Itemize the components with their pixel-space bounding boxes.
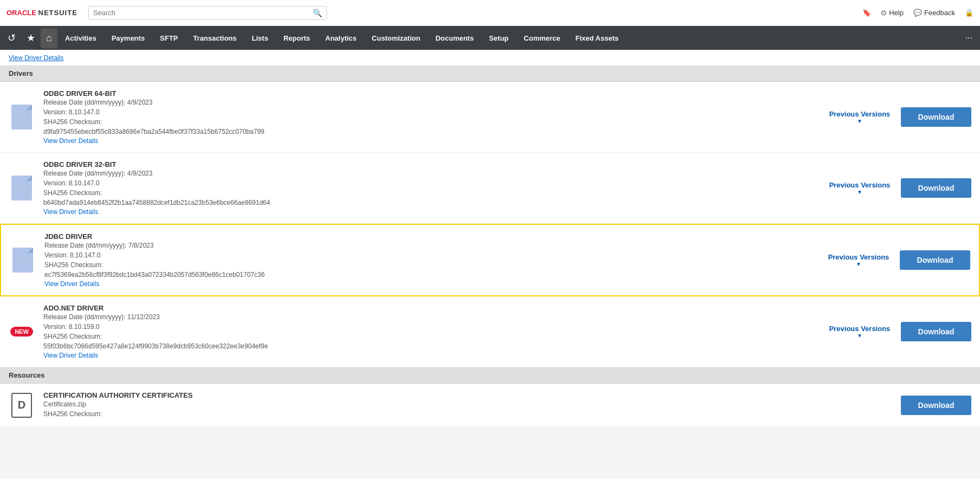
nav-item-activities[interactable]: Activities [57, 28, 104, 49]
download-button-adonet[interactable]: Download [901, 322, 971, 341]
nav-bar: ↺ ★ ⌂ Activities Payments SFTP Transacti… [0, 26, 980, 50]
file-icon-jdbc [10, 248, 36, 273]
driver-actions-adonet: Previous Versions ▼ Download [827, 322, 971, 341]
driver-row-adonet: NEW ADO.NET DRIVER Release Date (dd/mm/y… [0, 296, 980, 367]
resource-row-certs: D CERTIFICATION AUTHORITY CERTIFICATES C… [0, 384, 980, 427]
prev-versions-arrow: ▼ [857, 333, 862, 339]
driver-row-jdbc: JDBC DRIVER Release Date (dd/mm/yyyy): 7… [0, 224, 980, 296]
prev-versions-odbc64[interactable]: Previous Versions ▼ [827, 110, 892, 124]
driver-info-odbc64: ODBC DRIVER 64-BIT Release Date (dd/mm/y… [43, 89, 818, 145]
nav-item-lists[interactable]: Lists [244, 28, 276, 49]
driver-name-odbc32: ODBC DRIVER 32-BIT [43, 160, 818, 169]
nav-item-payments[interactable]: Payments [104, 28, 152, 49]
driver-meta-jdbc: Release Date (dd/mm/yyyy): 7/8/2023 Vers… [44, 241, 817, 280]
driver-meta-adonet: Release Date (dd/mm/yyyy): 11/12/2023 Ve… [43, 312, 818, 351]
prev-versions-label: Previous Versions [828, 253, 889, 261]
lock-button[interactable]: 🔒 [965, 9, 973, 17]
file-icon-odbc64 [9, 105, 35, 130]
prev-versions-odbc32[interactable]: Previous Versions ▼ [827, 181, 892, 195]
bookmark-icon: 🔖 [862, 9, 871, 17]
cert-icon-shape: D [11, 393, 32, 418]
prev-versions-arrow: ▼ [857, 189, 862, 195]
driver-name-adonet: ADO.NET DRIVER [43, 304, 818, 312]
logo-netsuite: NETSUITE [38, 9, 78, 17]
cert-icon-certs: D [9, 393, 35, 418]
prev-versions-label: Previous Versions [829, 110, 891, 118]
view-driver-link-adonet[interactable]: View Driver Details [43, 352, 98, 359]
resource-info-certs: CERTIFICATION AUTHORITY CERTIFICATES Cer… [43, 391, 892, 419]
resource-meta-certs: Certificates.zip SHA256 Checksum: [43, 399, 892, 419]
driver-actions-odbc32: Previous Versions ▼ Download [827, 178, 971, 198]
drivers-label: Drivers [9, 69, 33, 77]
prev-versions-jdbc[interactable]: Previous Versions ▼ [826, 253, 891, 267]
top-bar: ORACLE NETSUITE 🔍 🔖 ⊙ Help 💬 Feedback 🔒 [0, 0, 980, 26]
top-view-driver-link[interactable]: View Driver Details [9, 54, 63, 62]
nav-item-setup[interactable]: Setup [481, 28, 516, 49]
resources-label: Resources [9, 371, 44, 379]
help-button[interactable]: ⊙ Help [881, 9, 904, 17]
nav-item-analytics[interactable]: Analytics [318, 28, 364, 49]
feedback-button[interactable]: 💬 Feedback [913, 9, 955, 17]
content-area: View Driver Details Drivers ODBC DRIVER … [0, 50, 980, 427]
nav-item-documents[interactable]: Documents [428, 28, 481, 49]
download-button-certs[interactable]: Download [901, 396, 971, 415]
nav-menu: Activities Payments SFTP Transactions Li… [57, 28, 626, 49]
nav-back-button[interactable]: ↺ [2, 28, 21, 48]
top-right-actions: 🔖 ⊙ Help 💬 Feedback 🔒 [862, 9, 973, 17]
driver-row-odbc32: ODBC DRIVER 32-BIT Release Date (dd/mm/y… [0, 153, 980, 224]
nav-more-button[interactable]: ··· [960, 27, 978, 49]
nav-home-button[interactable]: ⌂ [41, 28, 57, 48]
resource-name-certs: CERTIFICATION AUTHORITY CERTIFICATES [43, 391, 892, 399]
search-input[interactable] [93, 9, 313, 17]
help-label: Help [889, 9, 904, 17]
resources-list: D CERTIFICATION AUTHORITY CERTIFICATES C… [0, 384, 980, 427]
driver-actions-odbc64: Previous Versions ▼ Download [827, 107, 971, 127]
view-driver-link-odbc64[interactable]: View Driver Details [43, 137, 98, 145]
view-driver-link-odbc32[interactable]: View Driver Details [43, 208, 98, 216]
driver-row-odbc64: ODBC DRIVER 64-BIT Release Date (dd/mm/y… [0, 82, 980, 153]
logo: ORACLE NETSUITE [7, 9, 78, 17]
lock-icon: 🔒 [965, 9, 973, 17]
prev-versions-arrow: ▼ [856, 261, 861, 267]
driver-info-odbc32: ODBC DRIVER 32-BIT Release Date (dd/mm/y… [43, 160, 818, 216]
nav-item-sftp[interactable]: SFTP [152, 28, 185, 49]
nav-item-transactions[interactable]: Transactions [185, 28, 244, 49]
nav-item-reports[interactable]: Reports [276, 28, 318, 49]
driver-info-adonet: ADO.NET DRIVER Release Date (dd/mm/yyyy)… [43, 304, 818, 359]
file-icon-odbc32 [9, 176, 35, 200]
feedback-label: Feedback [924, 9, 955, 17]
prev-versions-label: Previous Versions [829, 325, 891, 333]
driver-info-jdbc: JDBC DRIVER Release Date (dd/mm/yyyy): 7… [44, 232, 817, 288]
driver-meta-odbc64: Release Date (dd/mm/yyyy): 4/9/2023 Vers… [43, 98, 818, 137]
download-button-jdbc[interactable]: Download [900, 250, 970, 270]
driver-meta-odbc32: Release Date (dd/mm/yyyy): 4/9/2023 Vers… [43, 169, 818, 208]
driver-name-odbc64: ODBC DRIVER 64-BIT [43, 89, 818, 98]
top-view-driver-section: View Driver Details [0, 50, 980, 66]
download-button-odbc64[interactable]: Download [901, 107, 971, 127]
logo-oracle: ORACLE [7, 9, 36, 17]
driver-actions-jdbc: Previous Versions ▼ Download [826, 250, 970, 270]
view-driver-link-jdbc[interactable]: View Driver Details [44, 280, 99, 288]
drivers-list: ODBC DRIVER 64-BIT Release Date (dd/mm/y… [0, 82, 980, 367]
nav-item-commerce[interactable]: Commerce [516, 28, 568, 49]
bookmark-button[interactable]: 🔖 [862, 9, 871, 17]
driver-name-jdbc: JDBC DRIVER [44, 232, 817, 241]
help-icon: ⊙ [881, 9, 887, 17]
prev-versions-label: Previous Versions [829, 181, 891, 189]
drivers-section-header: Drivers [0, 66, 980, 82]
search-bar[interactable]: 🔍 [88, 6, 327, 20]
nav-item-customization[interactable]: Customization [364, 28, 428, 49]
resource-actions-certs: Download [901, 396, 971, 415]
prev-versions-adonet[interactable]: Previous Versions ▼ [827, 325, 892, 339]
search-icon: 🔍 [313, 9, 322, 17]
feedback-icon: 💬 [913, 9, 922, 17]
resources-section-header: Resources [0, 367, 980, 384]
nav-item-fixed-assets[interactable]: Fixed Assets [568, 28, 627, 49]
download-button-odbc32[interactable]: Download [901, 178, 971, 198]
prev-versions-arrow: ▼ [857, 118, 862, 124]
nav-star-button[interactable]: ★ [21, 28, 41, 48]
new-badge-icon-adonet: NEW [9, 327, 35, 336]
